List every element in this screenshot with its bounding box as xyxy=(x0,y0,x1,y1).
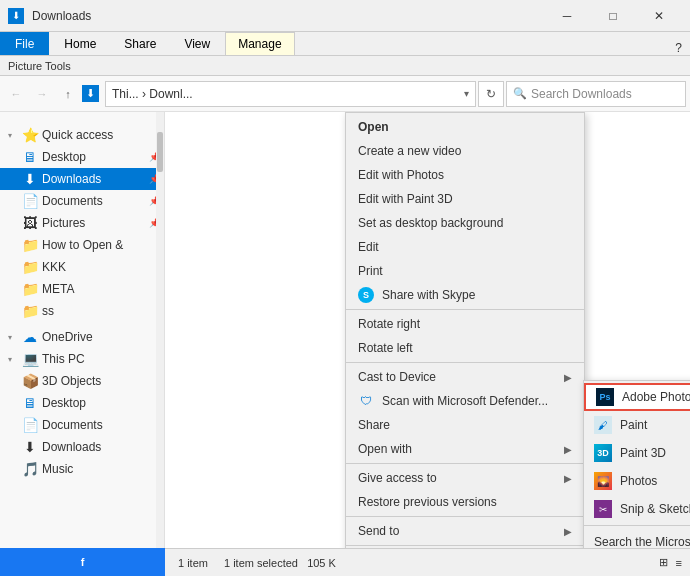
sidebar-label-downloads2: Downloads xyxy=(42,440,101,454)
sidebar-item-ss[interactable]: 📁 ss xyxy=(0,300,164,322)
ctx-separator-4 xyxy=(346,516,584,517)
ctx-separator-1 xyxy=(346,309,584,310)
ss-icon: 📁 xyxy=(22,303,38,319)
app-icon: ⬇ xyxy=(8,8,24,24)
sidebar-item-meta[interactable]: 📁 META xyxy=(0,278,164,300)
documents2-icon: 📄 xyxy=(22,417,38,433)
ctx-open[interactable]: Open xyxy=(346,115,584,139)
ctx-share[interactable]: Share xyxy=(346,413,584,437)
ctx-edit[interactable]: Edit xyxy=(346,235,584,259)
this-pc-icon: 💻 xyxy=(22,351,38,367)
ctx-scan-defender[interactable]: 🛡 Scan with Microsoft Defender... xyxy=(346,389,584,413)
ctx-restore-previous[interactable]: Restore previous versions xyxy=(346,490,584,514)
quick-access-icon: ⭐ xyxy=(22,127,38,143)
sidebar-item-onedrive[interactable]: ▾ ☁ OneDrive xyxy=(0,326,164,348)
search-input[interactable]: Search Downloads xyxy=(531,87,632,101)
skype-icon: S xyxy=(358,287,374,303)
how-to-open-icon: 📁 xyxy=(22,237,38,253)
scrollbar-thumb[interactable] xyxy=(157,132,163,172)
sidebar-item-music[interactable]: 🎵 Music xyxy=(0,458,164,480)
this-pc-chevron: ▾ xyxy=(8,355,18,364)
up-button[interactable]: ↑ xyxy=(56,82,80,106)
submenu-item-photos[interactable]: 🌄 Photos xyxy=(584,467,690,495)
ctx-separator-2 xyxy=(346,362,584,363)
view-icons[interactable]: ⊞ xyxy=(659,556,668,569)
ctx-send-to[interactable]: Send to ▶ xyxy=(346,519,584,543)
submenu-item-search-store[interactable]: Search the Microsoft Store xyxy=(584,528,690,548)
tab-file[interactable]: File xyxy=(0,32,49,55)
sidebar-label-ss: ss xyxy=(42,304,54,318)
tab-share[interactable]: Share xyxy=(111,32,169,55)
ctx-edit-with-paint-3d[interactable]: Edit with Paint 3D xyxy=(346,187,584,211)
sidebar-scrollbar[interactable] xyxy=(156,112,164,548)
minimize-button[interactable]: ─ xyxy=(544,0,590,32)
view-list[interactable]: ≡ xyxy=(676,557,682,569)
give-access-arrow-icon: ▶ xyxy=(564,473,572,484)
sidebar-label-meta: META xyxy=(42,282,74,296)
sidebar-item-quick-access[interactable]: ▾ ⭐ Quick access xyxy=(0,124,164,146)
title-bar: ⬇ Downloads ─ □ ✕ xyxy=(0,0,690,32)
selected-info: 1 item selected 105 K xyxy=(224,557,336,569)
meta-icon: 📁 xyxy=(22,281,38,297)
address-dropdown-icon[interactable]: ▾ xyxy=(464,88,469,99)
ctx-share-skype[interactable]: S Share with Skype xyxy=(346,283,584,307)
search-bar[interactable]: 🔍 Search Downloads xyxy=(506,81,686,107)
sidebar-item-desktop2[interactable]: 🖥 Desktop xyxy=(0,392,164,414)
sidebar-item-pictures[interactable]: 🖼 Pictures 📌 xyxy=(0,212,164,234)
ribbon-bar: Picture Tools xyxy=(0,56,690,76)
downloads-nav-icon: ⬇ xyxy=(82,85,99,102)
onedrive-icon: ☁ xyxy=(22,329,38,345)
submenu-item-photoshop[interactable]: Ps Adobe Photoshop 2020 xyxy=(584,383,690,411)
window-title: Downloads xyxy=(32,9,91,23)
content-area: Open Create a new video Edit with Photos… xyxy=(165,112,690,548)
tab-home[interactable]: Home xyxy=(51,32,109,55)
onedrive-chevron: ▾ xyxy=(8,333,18,342)
snip-sketch-icon: ✂ xyxy=(594,500,612,518)
sidebar-item-desktop[interactable]: 🖥 Desktop 📌 xyxy=(0,146,164,168)
help-icon[interactable]: ? xyxy=(675,41,690,55)
facebook-preview: f xyxy=(0,548,165,576)
sidebar-item-documents[interactable]: 📄 Documents 📌 xyxy=(0,190,164,212)
sidebar-item-this-pc[interactable]: ▾ 💻 This PC xyxy=(0,348,164,370)
ctx-cast-to-device[interactable]: Cast to Device ▶ xyxy=(346,365,584,389)
sidebar-item-documents2[interactable]: 📄 Documents xyxy=(0,414,164,436)
search-icon: 🔍 xyxy=(513,87,527,100)
paint3d-icon: 3D xyxy=(594,444,612,462)
ctx-open-with[interactable]: Open with ▶ xyxy=(346,437,584,461)
context-menu: Open Create a new video Edit with Photos… xyxy=(345,112,585,548)
ctx-set-desktop-bg[interactable]: Set as desktop background xyxy=(346,211,584,235)
back-button[interactable]: ← xyxy=(4,82,28,106)
submenu-item-paint3d[interactable]: 3D Paint 3D xyxy=(584,439,690,467)
sidebar-item-kkk[interactable]: 📁 KKK xyxy=(0,256,164,278)
ctx-print[interactable]: Print xyxy=(346,259,584,283)
ctx-edit-with-photos[interactable]: Edit with Photos xyxy=(346,163,584,187)
address-bar[interactable]: Thi... › Downl... ▾ xyxy=(105,81,476,107)
forward-button[interactable]: → xyxy=(30,82,54,106)
ctx-rotate-right[interactable]: Rotate right xyxy=(346,312,584,336)
ctx-separator-3 xyxy=(346,463,584,464)
submenu-item-paint[interactable]: 🖌 Paint xyxy=(584,411,690,439)
sidebar-item-how-to-open[interactable]: 📁 How to Open & xyxy=(0,234,164,256)
window-controls: ─ □ ✕ xyxy=(544,0,682,32)
tab-view[interactable]: View xyxy=(171,32,223,55)
close-button[interactable]: ✕ xyxy=(636,0,682,32)
desktop2-icon: 🖥 xyxy=(22,395,38,411)
refresh-button[interactable]: ↻ xyxy=(478,81,504,107)
maximize-button[interactable]: □ xyxy=(590,0,636,32)
ctx-rotate-left[interactable]: Rotate left xyxy=(346,336,584,360)
defender-icon: 🛡 xyxy=(358,393,374,409)
ctx-give-access[interactable]: Give access to ▶ xyxy=(346,466,584,490)
ctx-create-new-video[interactable]: Create a new video xyxy=(346,139,584,163)
paint-logo: 🖌 xyxy=(594,416,612,434)
sidebar-label-kkk: KKK xyxy=(42,260,66,274)
sidebar-item-3d-objects[interactable]: 📦 3D Objects xyxy=(0,370,164,392)
sidebar-label-documents: Documents xyxy=(42,194,103,208)
sidebar-item-downloads[interactable]: ⬇ Downloads 📌 xyxy=(0,168,164,190)
photos-logo: 🌄 xyxy=(594,472,612,490)
submenu-item-snip-sketch[interactable]: ✂ Snip & Sketch xyxy=(584,495,690,523)
ps-logo: Ps xyxy=(596,388,614,406)
paint3d-logo: 3D xyxy=(594,444,612,462)
sidebar-item-downloads2[interactable]: ⬇ Downloads xyxy=(0,436,164,458)
fb-label: f xyxy=(81,556,85,568)
tab-manage[interactable]: Manage xyxy=(225,32,294,55)
